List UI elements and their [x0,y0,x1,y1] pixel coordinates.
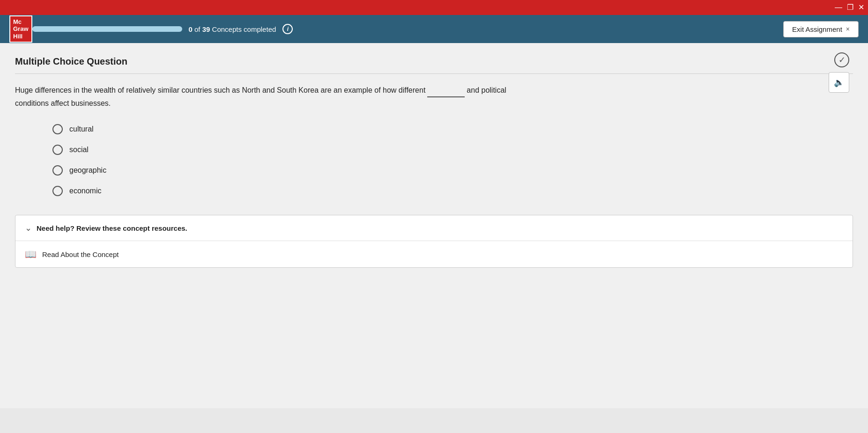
book-icon: 📖 [25,249,37,260]
restore-button[interactable]: ❐ [847,4,853,11]
help-header[interactable]: ⌄ Need help? Review these concept resour… [15,215,853,241]
option-economic-label: economic [69,187,101,195]
progress-track [32,26,182,32]
close-button[interactable]: ✕ [858,4,864,11]
option-geographic[interactable]: geographic [52,165,853,176]
progress-section: 0 of 39 Concepts completed i [32,24,784,34]
minimize-button[interactable]: — [835,4,842,11]
question-type-label: Multiple Choice Question [15,56,853,74]
progress-bar-area: Mc Graw Hill 0 of 39 Concepts completed … [0,15,868,43]
progress-total: 39 [202,25,210,33]
exit-assignment-button[interactable]: Exit Assignment × [783,21,859,37]
logo-container: Mc Graw Hill [9,15,32,43]
progress-label: 0 of 39 Concepts completed [189,25,276,33]
progress-label-prefix: of [193,25,202,33]
question-text: Huge differences in the wealth of relati… [15,84,530,109]
option-cultural[interactable]: cultural [52,124,853,134]
read-about-concept-link[interactable]: Read About the Concept [42,250,119,258]
radio-geographic[interactable] [52,165,63,176]
help-title: Need help? Review these concept resource… [37,224,187,232]
option-social[interactable]: social [52,145,853,155]
help-body: 📖 Read About the Concept [15,241,853,267]
info-icon[interactable]: i [282,24,293,34]
main-content: ✓ 🔈 Multiple Choice Question Huge differ… [0,43,868,408]
mcgraw-hill-logo: Mc Graw Hill [9,15,32,43]
window-controls: — ❐ ✕ [835,4,864,11]
question-text-part1: Huge differences in the wealth of relati… [15,86,425,94]
title-bar: — ❐ ✕ [0,0,868,15]
audio-button[interactable]: 🔈 [829,72,849,93]
radio-cultural[interactable] [52,124,63,134]
answer-options: cultural social geographic economic [15,124,853,196]
top-right-icons: ✓ 🔈 [829,52,849,93]
radio-economic[interactable] [52,186,63,196]
option-social-label: social [69,146,89,154]
radio-social[interactable] [52,145,63,155]
option-geographic-label: geographic [69,166,106,175]
help-chevron-icon: ⌄ [25,223,32,233]
progress-completed: 0 [189,25,193,33]
option-economic[interactable]: economic [52,186,853,196]
exit-close-icon: × [846,25,850,33]
option-cultural-label: cultural [69,125,94,133]
question-blank [427,84,465,97]
check-circle-icon[interactable]: ✓ [834,52,849,67]
help-section: ⌄ Need help? Review these concept resour… [15,215,853,268]
exit-assignment-label: Exit Assignment [792,25,842,33]
progress-label-suffix: Concepts completed [210,25,276,33]
